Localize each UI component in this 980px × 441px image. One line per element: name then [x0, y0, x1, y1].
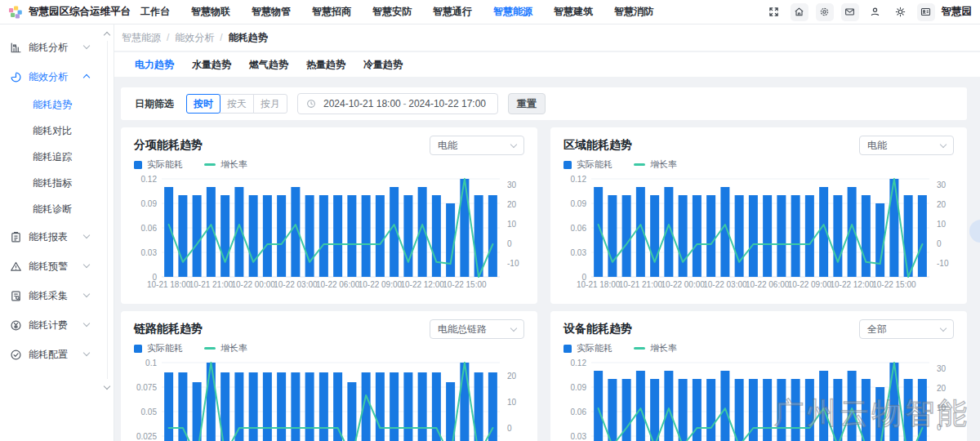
svg-text:10-22 09:00: 10-22 09:00: [788, 280, 832, 289]
legend-item[interactable]: 实际能耗: [564, 158, 612, 171]
legend-bar-swatch: [134, 345, 142, 353]
svg-text:10-22 03:00: 10-22 03:00: [274, 280, 318, 289]
svg-text:0.03: 0.03: [571, 248, 587, 257]
tab-电力趋势[interactable]: 电力趋势: [135, 58, 174, 72]
breadcrumb-separator: /: [220, 32, 222, 43]
svg-text:0: 0: [937, 239, 942, 248]
user-icon[interactable]: [866, 3, 884, 21]
mode-button[interactable]: 按时: [186, 94, 220, 114]
tab-冷量趋势[interactable]: 冷量趋势: [363, 58, 403, 72]
sidebar: 能耗分析能效分析能耗趋势能耗对比能耗追踪能耗指标能耗诊断能耗报表能耗预警能耗采集…: [0, 24, 114, 441]
nav-item[interactable]: 智慧招商: [312, 5, 351, 19]
sidebar-item-3[interactable]: 能耗预警: [0, 252, 114, 281]
clock-icon: [306, 99, 316, 109]
svg-text:0.075: 0.075: [136, 383, 157, 392]
mail-icon[interactable]: [841, 3, 859, 21]
breadcrumb-item[interactable]: 能效分析: [175, 31, 214, 45]
home-icon[interactable]: [791, 3, 808, 21]
legend-item[interactable]: 增长率: [204, 342, 247, 354]
chart-legend: 实际能耗增长率: [134, 344, 524, 353]
nav-item[interactable]: 智慧通行: [433, 5, 472, 19]
sidebar-subitem[interactable]: 能耗对比: [0, 118, 114, 144]
nav-item[interactable]: 智慧建筑: [554, 5, 593, 19]
svg-text:0.09: 0.09: [571, 199, 587, 208]
svg-text:0.12: 0.12: [571, 175, 587, 184]
charts-grid: 分项能耗趋势电能实际能耗增长率00.030.060.090.12-1001020…: [121, 127, 967, 441]
sidebar-subitem[interactable]: 能耗诊断: [0, 196, 114, 222]
mode-button[interactable]: 按天: [220, 94, 254, 114]
legend-label: 增长率: [650, 158, 677, 171]
legend-item[interactable]: 增长率: [634, 158, 677, 171]
sidebar-item-2[interactable]: 能耗报表: [0, 222, 114, 252]
sidebar-subitem[interactable]: 能耗趋势: [0, 91, 114, 118]
legend-item[interactable]: 实际能耗: [134, 342, 183, 354]
svg-text:10-21 18:00: 10-21 18:00: [577, 280, 621, 289]
app-title: 智慧园区综合运维平台: [29, 5, 131, 19]
tab-水量趋势[interactable]: 水量趋势: [192, 58, 231, 72]
date-end[interactable]: 2024-10-22 17:00: [408, 98, 486, 109]
svg-text:10: 10: [507, 220, 517, 229]
tab-燃气趋势[interactable]: 燃气趋势: [249, 58, 288, 72]
chart-select[interactable]: 电能总链路: [430, 319, 524, 339]
sidebar-item-5[interactable]: 能耗计费: [0, 310, 114, 340]
svg-text:30: 30: [507, 180, 517, 189]
scroll-down-icon[interactable]: [104, 384, 110, 390]
badge-gear-icon[interactable]: [816, 3, 834, 21]
legend-item[interactable]: 增长率: [634, 342, 677, 354]
date-range-input[interactable]: 2024-10-21 18:00 - 2024-10-22 17:00: [297, 93, 498, 114]
chart-card-3: 设备能耗趋势全部实际能耗增长率00.030.060.090.12-1001020…: [550, 311, 967, 441]
nav-item[interactable]: 智慧安防: [372, 5, 412, 19]
nav-item[interactable]: 智慧能源: [493, 5, 532, 19]
chart-select[interactable]: 电能: [430, 136, 524, 155]
svg-text:10: 10: [937, 220, 947, 229]
svg-text:0: 0: [507, 239, 512, 248]
nav-item[interactable]: 智慧消防: [614, 5, 653, 19]
chevron-up-icon: [83, 74, 90, 81]
svg-text:-10: -10: [507, 259, 519, 268]
top-nav: 工作台智慧物联智慧物管智慧招商智慧安防智慧通行智慧能源智慧建筑智慧消防: [140, 5, 653, 19]
sidebar-item-6[interactable]: 能耗配置: [0, 340, 114, 369]
legend-item[interactable]: 实际能耗: [134, 158, 183, 171]
chevron-down-icon: [940, 324, 947, 331]
brightness-icon[interactable]: [892, 3, 910, 21]
svg-text:10-22 00:00: 10-22 00:00: [231, 280, 275, 289]
fullscreen-icon[interactable]: [765, 3, 783, 21]
svg-text:0.12: 0.12: [571, 359, 587, 368]
legend-item[interactable]: 实际能耗: [564, 342, 612, 354]
doc-search-icon: [10, 290, 22, 302]
nav-item[interactable]: 智慧物联: [191, 5, 230, 19]
date-separator: -: [401, 98, 409, 109]
breadcrumb-item[interactable]: 智慧能源: [122, 31, 161, 45]
tab-热量趋势[interactable]: 热量趋势: [306, 58, 345, 72]
breadcrumb-item-current: 能耗趋势: [229, 31, 268, 45]
mode-button[interactable]: 按月: [253, 94, 287, 114]
date-start[interactable]: 2024-10-21 18:00: [323, 98, 401, 109]
pie-chart-icon: [10, 71, 22, 83]
nav-item[interactable]: 智慧物管: [252, 5, 291, 19]
sidebar-item-label: 能耗采集: [29, 289, 68, 303]
chevron-down-icon: [83, 291, 90, 297]
nav-item[interactable]: 工作台: [140, 5, 170, 19]
legend-label: 增长率: [220, 342, 247, 354]
chart-select[interactable]: 全部: [859, 319, 954, 339]
scroll-up-icon[interactable]: [104, 31, 110, 38]
legend-item[interactable]: 增长率: [204, 158, 247, 171]
svg-text:0.03: 0.03: [141, 248, 158, 257]
legend-label: 增长率: [650, 342, 677, 354]
config-check-icon: [10, 349, 22, 361]
sidebar-item-0[interactable]: 能耗分析: [0, 33, 114, 62]
sidebar-subitem[interactable]: 能耗指标: [0, 170, 114, 196]
id-card-icon[interactable]: [917, 3, 935, 21]
sidebar-scrollbar[interactable]: [107, 41, 108, 379]
chart-card-0: 分项能耗趋势电能实际能耗增长率00.030.060.090.12-1001020…: [121, 127, 537, 304]
svg-text:0.025: 0.025: [136, 432, 157, 441]
reset-button[interactable]: 重置: [508, 93, 546, 114]
chart-legend: 实际能耗增长率: [564, 160, 954, 169]
breadcrumb: 智慧能源 / 能效分析 / 能耗趋势: [114, 24, 980, 51]
sidebar-item-4[interactable]: 能耗采集: [0, 281, 114, 310]
svg-text:0.06: 0.06: [571, 408, 587, 416]
sidebar-subitem[interactable]: 能耗追踪: [0, 144, 114, 170]
legend-label: 实际能耗: [147, 158, 183, 171]
chart-select[interactable]: 电能: [859, 136, 954, 155]
sidebar-item-1[interactable]: 能效分析: [0, 62, 114, 91]
